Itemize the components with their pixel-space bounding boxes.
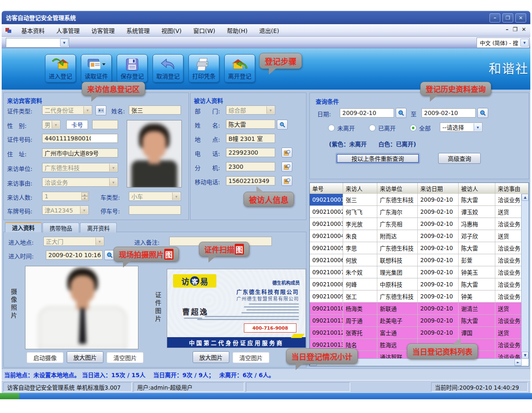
entry-time-field[interactable]: 2009-02-10 10:16 xyxy=(46,250,103,260)
table-cell[interactable]: 朱个奴 xyxy=(343,266,377,278)
advanced-query-button[interactable]: 高级查询 xyxy=(438,153,481,164)
menu-item-help[interactable]: 帮助(H) xyxy=(221,25,253,36)
table-cell[interactable]: 钟美 xyxy=(459,290,495,302)
table-cell[interactable]: 2009-02-10 xyxy=(418,242,459,254)
table-row[interactable]: 090210008何峰中原科技2009-02-10陈大雷洽谈业务 xyxy=(310,278,522,290)
cancel-register-button[interactable]: 取消登记 xyxy=(153,54,183,83)
table-cell[interactable]: 广东德生科技 xyxy=(377,194,418,205)
parking-no-field[interactable] xyxy=(129,205,181,215)
tab-carried-items[interactable]: 携带物品 xyxy=(43,223,79,233)
table-cell[interactable]: 2009-02-10 xyxy=(418,266,459,278)
enter-register-button[interactable]: 进入登记 xyxy=(45,54,76,83)
dial-mobile-button[interactable] xyxy=(281,176,292,186)
table-cell[interactable]: 送货 xyxy=(495,303,522,314)
clear-photo-button[interactable]: 清空图片 xyxy=(107,352,143,363)
vertical-scrollbar[interactable]: ▲ ▼ xyxy=(521,194,529,359)
table-cell[interactable]: 何峰 xyxy=(343,278,377,290)
menu-item-hr[interactable]: 人事管理 xyxy=(51,25,85,36)
mobile-field[interactable]: 15602210349 xyxy=(226,176,275,185)
table-cell[interactable]: 090210008 xyxy=(310,278,343,290)
table-cell[interactable]: 2009-02-10 xyxy=(418,278,459,290)
table-cell[interactable]: 2009-02-10 xyxy=(418,290,459,302)
table-cell[interactable]: 2009-02-10 xyxy=(418,315,459,326)
date-from-field[interactable]: 2009-02-10 xyxy=(340,108,394,118)
leave-register-button[interactable]: 离开登记 xyxy=(224,54,255,83)
scroll-right-icon[interactable]: ► xyxy=(514,359,522,366)
table-cell[interactable]: 090210005 xyxy=(310,242,343,254)
cert-no-field[interactable]: 4401111980010 xyxy=(42,134,118,143)
zoom-card-button[interactable]: 放大图片 xyxy=(193,351,229,363)
table-cell[interactable]: 090210011 xyxy=(310,315,343,326)
table-cell[interactable]: 2009-02-10 xyxy=(418,327,459,338)
col-header[interactable]: 来访日期 xyxy=(418,183,459,194)
close-button[interactable]: ✕ xyxy=(515,13,526,23)
col-header[interactable]: 单号 xyxy=(310,183,343,194)
table-cell[interactable]: 090210012 xyxy=(310,327,343,338)
scroll-up-icon[interactable]: ▲ xyxy=(522,194,529,201)
table-cell[interactable]: 2009-02-10 xyxy=(418,230,459,242)
visit-reason-select[interactable]: 洽谈业务 ▾ xyxy=(42,178,118,187)
table-cell[interactable]: 周于通 xyxy=(343,315,377,326)
table-cell[interactable]: 陈大雷 xyxy=(459,278,495,290)
quick-search-combobox[interactable]: ▾ xyxy=(6,38,69,48)
menu-item-window[interactable]: 窗口(W) xyxy=(188,25,221,36)
table-cell[interactable]: 090210001 xyxy=(310,194,343,205)
chevron-down-icon[interactable]: ▾ xyxy=(60,39,68,47)
print-receipt-button[interactable]: 打印凭条 xyxy=(188,54,219,83)
requery-button[interactable]: 按以上条件重新查询 xyxy=(336,153,420,164)
menu-item-view[interactable]: 视图(V) xyxy=(156,25,187,36)
save-register-button[interactable]: 保存登记 xyxy=(117,54,148,83)
table-cell[interactable]: 邓子欣 xyxy=(459,230,495,242)
table-cell[interactable]: 联想科技 xyxy=(377,254,418,266)
card-no-field[interactable] xyxy=(92,120,118,129)
table-row[interactable]: 090210002何飞飞广东海尔2009-02-10谭玉姣送货 xyxy=(310,206,522,218)
table-cell[interactable]: 赴美电子 xyxy=(377,315,418,326)
radio-all[interactable]: 全部 xyxy=(410,124,431,132)
table-cell[interactable]: 洽谈业务 xyxy=(495,315,522,326)
col-header[interactable]: 来访事由 xyxy=(495,183,529,194)
table-cell[interactable]: 钟美玉 xyxy=(459,266,495,278)
tab-entry-info[interactable]: 进入资料 xyxy=(5,222,42,232)
chevron-down-icon[interactable]: ▾ xyxy=(474,123,482,131)
stepper-arrows-icon[interactable]: ▲▼ xyxy=(81,193,88,200)
ext-field[interactable]: 2300 xyxy=(226,162,275,171)
table-row[interactable]: 090210003李光放广东亮相2009-02-10冯惠梅洽谈业务 xyxy=(310,218,522,230)
table-cell[interactable]: 广东亮相 xyxy=(377,218,418,230)
table-cell[interactable]: 张三 xyxy=(343,194,377,205)
phone-field[interactable]: 22992300 xyxy=(226,148,275,157)
vehicle-type-select[interactable]: 小车 ▾ xyxy=(129,192,181,201)
start-camera-button[interactable]: 启动摄像 xyxy=(27,352,63,363)
search-person-button[interactable] xyxy=(277,120,288,130)
radio-left[interactable]: 已离开 xyxy=(369,124,396,132)
table-cell[interactable]: 送货 xyxy=(495,206,522,218)
table-cell[interactable]: 张工 xyxy=(343,290,377,302)
gender-select[interactable]: 男 ▾ xyxy=(42,120,60,129)
table-cell[interactable]: 2009-02-10 xyxy=(418,218,459,230)
dial-phone-button[interactable] xyxy=(281,148,292,158)
table-cell[interactable]: 何飞飞 xyxy=(343,206,377,218)
menu-item-exit[interactable]: 退出(E) xyxy=(254,25,285,36)
clear-card-button[interactable]: 清空图片 xyxy=(233,352,269,363)
table-cell[interactable]: 理光集团 xyxy=(377,266,418,278)
minimize-button[interactable]: – xyxy=(489,13,500,23)
table-row[interactable]: 090210001张三广东德生科技2009-02-10陈大雷洽谈业务 xyxy=(310,194,522,206)
menu-item-system[interactable]: 系统管理 xyxy=(121,25,155,36)
table-cell[interactable]: 090210010 xyxy=(310,303,343,314)
table-cell[interactable]: 冯惠梅 xyxy=(459,218,495,230)
location-field[interactable]: B幢 2301 室 xyxy=(226,134,275,143)
table-cell[interactable]: 广东德生科技 xyxy=(377,242,418,254)
scroll-down-icon[interactable]: ▼ xyxy=(522,352,529,359)
plate-no-select[interactable]: 津A12345 ▾ xyxy=(42,205,89,215)
mdi-minimize-button[interactable]: – xyxy=(506,26,509,33)
table-cell[interactable]: 洽谈业务 xyxy=(495,278,522,290)
table-row[interactable]: 090210006何放联想科技2009-02-10彭萱洽谈业务 xyxy=(310,254,522,266)
zoom-photo-button[interactable]: 放大图片 xyxy=(67,351,103,363)
date-from-picker-button[interactable] xyxy=(396,108,407,118)
table-cell[interactable]: 杨海类 xyxy=(343,303,377,314)
interviewee-name-field[interactable]: 陈大雷 xyxy=(226,120,275,129)
table-cell[interactable]: 洽谈业务 xyxy=(495,351,522,359)
table-cell[interactable]: 谭玉姣 xyxy=(459,206,495,218)
table-cell[interactable]: 2009-02-10 xyxy=(418,303,459,314)
table-cell[interactable]: 2009-02-10 xyxy=(418,194,459,205)
status-select[interactable]: --请选择 ▾ xyxy=(440,123,482,132)
